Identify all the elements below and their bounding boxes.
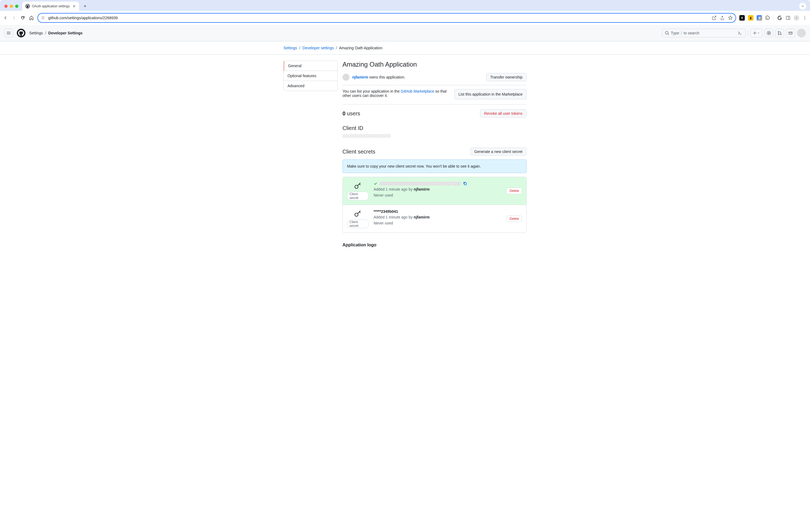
marketplace-row: You can list your application in the Git… <box>342 89 526 104</box>
bookmark-star-icon[interactable] <box>728 15 733 20</box>
header-breadcrumb: Settings / Developer Settings <box>29 31 83 35</box>
tab-close-icon[interactable]: ✕ <box>72 4 76 9</box>
breadcrumb-developer-settings[interactable]: Developer Settings <box>48 31 83 35</box>
search-shortcut-key: / <box>680 31 683 35</box>
secret-value-redacted <box>379 182 461 186</box>
crumb-settings[interactable]: Settings <box>284 46 297 50</box>
browser-menu-icon[interactable] <box>803 15 807 20</box>
side-panel-icon[interactable] <box>785 15 791 20</box>
owner-avatar <box>342 74 350 81</box>
secret-list: Client secret Added 1 minute ago by njfa… <box>342 177 526 233</box>
browser-toolbar: github.com/settings/applications/2268939… <box>0 11 810 25</box>
tabs-dropdown[interactable] <box>799 3 806 10</box>
secret-masked-value: *****2349b041 <box>374 209 502 214</box>
extensions-row: X ▮ 文 i <box>739 15 807 21</box>
users-row: 0 users Revoke all user tokens <box>342 109 526 117</box>
browser-tab[interactable]: OAuth application settings ✕ <box>22 2 79 11</box>
client-secrets-header: Client secrets Generate a new client sec… <box>342 148 526 156</box>
breadcrumb-settings[interactable]: Settings <box>29 31 43 35</box>
added-pre: Added 1 minute ago by <box>374 215 414 219</box>
copy-secret-warning: Make sure to copy your new client secret… <box>342 160 526 173</box>
secret-label: Client secret <box>347 192 369 200</box>
svg-point-11 <box>778 31 779 32</box>
sidenav-advanced[interactable]: Advanced <box>284 81 337 91</box>
marketplace-link[interactable]: GitHub Marketplace <box>401 89 434 93</box>
svg-rect-1 <box>43 17 44 17</box>
secret-item: Client secret *****2349b041 Added 1 minu… <box>343 205 526 232</box>
home-icon[interactable] <box>29 15 34 20</box>
address-bar[interactable]: github.com/settings/applications/2268939 <box>37 13 736 23</box>
extension-translate-icon[interactable]: 文 <box>757 15 762 20</box>
tab-title: OAuth application settings <box>32 4 69 8</box>
nav-forward-icon <box>11 15 17 20</box>
delete-secret-button[interactable]: Delete <box>506 188 522 194</box>
user-avatar[interactable] <box>797 29 806 37</box>
tab-strip: OAuth application settings ✕ + <box>0 0 810 11</box>
svg-point-12 <box>778 34 779 35</box>
command-palette-icon[interactable] <box>737 30 743 36</box>
separator <box>748 30 748 36</box>
client-secrets-heading: Client secrets <box>342 149 470 155</box>
copy-icon[interactable] <box>463 181 467 186</box>
share-icon[interactable] <box>720 15 725 20</box>
users-label: users <box>345 111 360 116</box>
github-header: Settings / Developer Settings Type / to … <box>0 25 810 42</box>
transfer-ownership-button[interactable]: Transfer ownership <box>486 73 526 81</box>
window-zoom[interactable] <box>15 5 18 8</box>
settings-sidenav: General Optional features Advanced <box>284 61 338 91</box>
search-text-post: to search <box>684 31 699 35</box>
extensions-icon[interactable] <box>765 15 770 20</box>
hamburger-menu[interactable] <box>4 29 13 37</box>
sidenav-general[interactable]: General <box>284 61 337 71</box>
owner-suffix: owns this application. <box>368 75 405 79</box>
reload-icon[interactable] <box>20 15 26 20</box>
google-account-icon[interactable] <box>777 15 782 20</box>
crumb-developer-settings[interactable]: Developer settings <box>303 46 334 50</box>
window-close[interactable] <box>4 5 7 8</box>
pull-requests-button[interactable] <box>775 29 784 37</box>
svg-point-0 <box>42 17 42 17</box>
inbox-button[interactable] <box>786 29 795 37</box>
added-user: njfamirm <box>414 187 430 191</box>
delete-secret-button[interactable]: Delete <box>506 215 522 222</box>
site-settings-icon[interactable] <box>40 15 46 20</box>
browser-chrome: OAuth application settings ✕ + github.co… <box>0 0 810 25</box>
sub-breadcrumb-bar: Settings / Developer settings / Amazing … <box>0 42 810 55</box>
issues-button[interactable] <box>764 29 773 37</box>
svg-rect-3 <box>43 18 44 19</box>
url-text: github.com/settings/applications/2268939 <box>48 16 709 20</box>
search-text-pre: Type <box>671 31 679 35</box>
revoke-tokens-button[interactable]: Revoke all user tokens <box>480 109 526 117</box>
added-user: njfamirm <box>414 215 430 219</box>
global-search[interactable]: Type / to search <box>662 29 746 37</box>
new-tab-button[interactable]: + <box>81 2 89 10</box>
traffic-lights <box>4 5 18 8</box>
github-logo-icon[interactable] <box>17 29 26 37</box>
open-external-icon[interactable] <box>712 15 717 20</box>
main-content: Amazing Oath Application njfamirm owns t… <box>342 61 526 250</box>
svg-rect-4 <box>786 16 790 19</box>
svg-point-2 <box>42 18 42 19</box>
svg-point-6 <box>805 16 805 17</box>
never-used: Never used <box>374 193 393 197</box>
owner-link[interactable]: njfamirm <box>352 75 368 79</box>
list-in-marketplace-button[interactable]: List this application in the Marketplace <box>454 89 526 99</box>
extension-keep-icon[interactable]: ▮ <box>748 15 754 20</box>
users-count: 0 <box>342 111 345 116</box>
profile-icon[interactable]: i <box>794 15 799 20</box>
svg-point-10 <box>768 32 770 34</box>
search-icon <box>665 31 669 35</box>
application-logo-heading: Application logo <box>342 243 526 247</box>
key-icon <box>354 209 362 218</box>
extension-x-icon[interactable]: X <box>739 15 745 20</box>
sidenav-optional-features[interactable]: Optional features <box>284 71 337 81</box>
window-minimize[interactable] <box>10 5 13 8</box>
key-icon <box>354 181 362 190</box>
nav-back-icon[interactable] <box>3 15 8 20</box>
app-title: Amazing Oath Application <box>342 61 526 68</box>
generate-secret-button[interactable]: Generate a new client secret <box>470 148 526 156</box>
main-layout: General Optional features Advanced Amazi… <box>284 61 526 250</box>
check-icon <box>374 182 377 186</box>
client-id-heading: Client ID <box>342 125 526 131</box>
create-new-button[interactable] <box>750 29 762 37</box>
